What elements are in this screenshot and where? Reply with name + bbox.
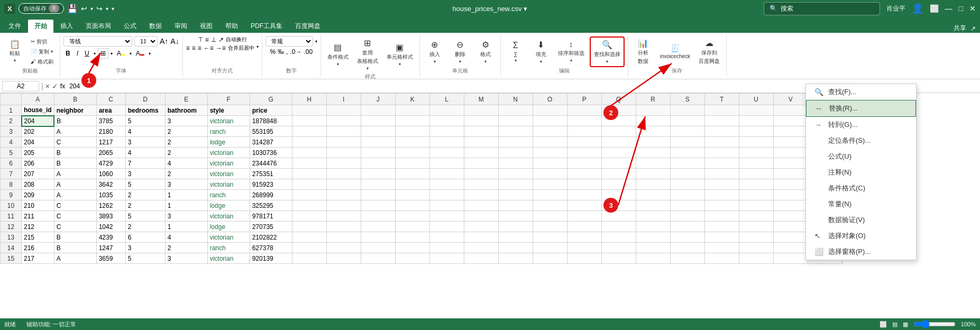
table-cell[interactable]: [739, 200, 773, 211]
undo-dropdown-icon[interactable]: ▾: [90, 6, 93, 12]
redo-icon[interactable]: ↪: [96, 4, 103, 13]
table-cell[interactable]: [326, 105, 361, 116]
table-cell[interactable]: [395, 137, 429, 148]
table-cell[interactable]: [498, 211, 533, 222]
table-cell[interactable]: [601, 179, 636, 190]
tab-baidu[interactable]: 百度网盘: [289, 19, 327, 33]
decrease-indent-btn[interactable]: ←≡: [204, 44, 214, 52]
text-rotate-btn[interactable]: ↗: [218, 36, 224, 43]
table-cell[interactable]: 6: [125, 232, 165, 243]
table-cell[interactable]: [361, 243, 395, 253]
table-cell[interactable]: 627378: [250, 243, 292, 253]
table-cell[interactable]: 314287: [250, 137, 292, 148]
table-cell[interactable]: [567, 158, 601, 169]
table-cell[interactable]: B: [54, 232, 96, 243]
table-cell[interactable]: 915923: [250, 179, 292, 190]
table-cell[interactable]: 1060: [96, 169, 125, 179]
table-cell[interactable]: [636, 116, 670, 126]
table-cell[interactable]: [773, 158, 808, 169]
table-cell[interactable]: [567, 126, 601, 137]
table-cell[interactable]: [704, 116, 739, 126]
table-cell[interactable]: [601, 253, 636, 264]
table-cell[interactable]: [739, 169, 773, 179]
table-cell[interactable]: [429, 169, 464, 179]
table-cell[interactable]: [361, 116, 395, 126]
tab-file[interactable]: 文件: [2, 19, 28, 33]
table-cell[interactable]: 1262: [96, 200, 125, 211]
table-cell[interactable]: [498, 158, 533, 169]
table-cell[interactable]: [292, 211, 326, 222]
table-cell[interactable]: [739, 148, 773, 158]
table-cell[interactable]: 2: [125, 200, 165, 211]
table-cell[interactable]: [429, 190, 464, 200]
table-cell[interactable]: B: [54, 158, 96, 169]
col-header-E[interactable]: E: [165, 94, 207, 105]
font-name-select[interactable]: 等线: [63, 36, 132, 47]
table-cell[interactable]: [567, 253, 601, 264]
table-cell[interactable]: [498, 169, 533, 179]
table-cell[interactable]: 202: [22, 126, 54, 137]
table-cell[interactable]: C: [54, 211, 96, 222]
merge-dropdown[interactable]: ▾: [257, 44, 259, 52]
font-color-btn[interactable]: A▬: [134, 49, 146, 58]
table-cell[interactable]: 2065: [96, 148, 125, 158]
col-header-P[interactable]: P: [567, 94, 601, 105]
table-cell[interactable]: [395, 243, 429, 253]
table-cell[interactable]: [361, 211, 395, 222]
table-cell[interactable]: [670, 116, 704, 126]
table-cell[interactable]: [533, 179, 567, 190]
sum-btn[interactable]: Σ ∑ ▾: [504, 39, 527, 65]
table-cell[interactable]: 3: [165, 211, 207, 222]
wrap-text-btn[interactable]: 自动换行: [226, 36, 247, 43]
table-cell[interactable]: 2180: [96, 126, 125, 137]
currency-btn[interactable]: %: [270, 48, 276, 56]
table-cell[interactable]: [464, 200, 498, 211]
fill-color-btn[interactable]: A▬: [115, 49, 127, 58]
confirm-btn[interactable]: ✓: [52, 82, 58, 90]
underline-btn[interactable]: U: [83, 49, 91, 58]
table-cell[interactable]: [395, 253, 429, 264]
table-cell[interactable]: [773, 200, 808, 211]
table-cell[interactable]: [361, 232, 395, 243]
table-cell[interactable]: [567, 200, 601, 211]
minimize-btn[interactable]: —: [945, 4, 952, 13]
table-cell[interactable]: [636, 169, 670, 179]
table-cell[interactable]: victorian: [207, 116, 250, 126]
table-cell[interactable]: 2: [165, 126, 207, 137]
table-cell[interactable]: A: [54, 126, 96, 137]
table-cell[interactable]: [670, 158, 704, 169]
col-header-M[interactable]: M: [464, 94, 498, 105]
table-cell[interactable]: 2: [165, 137, 207, 148]
table-cell[interactable]: 211: [22, 211, 54, 222]
table-cell[interactable]: [292, 116, 326, 126]
table-cell[interactable]: [326, 243, 361, 253]
find-select-btn[interactable]: 🔍 查找和选择 ▾: [590, 36, 625, 67]
menu-item-goto[interactable]: → 转到(G)...: [806, 117, 916, 133]
table-cell[interactable]: 2102822: [250, 232, 292, 243]
table-cell[interactable]: [704, 137, 739, 148]
table-cell[interactable]: 217: [22, 253, 54, 264]
table-cell[interactable]: [739, 105, 773, 116]
col-header-B[interactable]: B: [54, 94, 96, 105]
tab-insert[interactable]: 插入: [54, 19, 79, 33]
table-cell[interactable]: [464, 148, 498, 158]
menu-item-locate[interactable]: 定位条件(S)...: [806, 133, 916, 149]
table-cell[interactable]: [395, 105, 429, 116]
menu-item-formula[interactable]: 公式(U): [806, 149, 916, 164]
table-cell[interactable]: 215: [22, 232, 54, 243]
col-header-A[interactable]: A: [22, 94, 54, 105]
table-cell[interactable]: 5: [125, 211, 165, 222]
top-align-btn[interactable]: ⊤: [198, 36, 203, 43]
merge-center-btn[interactable]: 合并后居中: [228, 44, 254, 52]
table-cell[interactable]: 2: [165, 169, 207, 179]
layout-view-btn[interactable]: ▤: [892, 321, 897, 328]
table-cell[interactable]: [292, 148, 326, 158]
table-cell[interactable]: [601, 243, 636, 253]
table-cell[interactable]: victorian: [207, 232, 250, 243]
table-cell[interactable]: [601, 222, 636, 232]
tab-data[interactable]: 数据: [143, 19, 168, 33]
table-cell[interactable]: [292, 169, 326, 179]
table-cell[interactable]: [361, 158, 395, 169]
table-cell[interactable]: [636, 253, 670, 264]
table-cell[interactable]: [567, 211, 601, 222]
